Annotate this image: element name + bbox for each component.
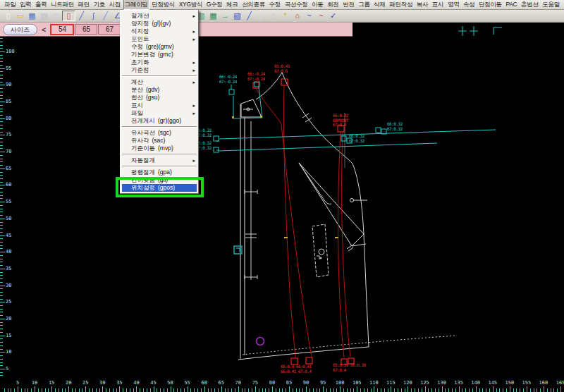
- menubar-item[interactable]: 회전: [326, 0, 340, 9]
- menubar-item[interactable]: 이동: [310, 0, 324, 9]
- ruler-label: 150: [505, 380, 514, 386]
- dropdown-item[interactable]: 파일▸: [121, 109, 198, 117]
- menubar-item[interactable]: 기호: [92, 0, 106, 9]
- menubar-item[interactable]: 시접: [108, 0, 122, 9]
- print-icon[interactable]: ▤: [38, 11, 50, 21]
- dropdown-item[interactable]: 수정(gre)(gmv): [121, 43, 198, 51]
- dropdown-item[interactable]: 기본변경(gmc): [121, 51, 198, 59]
- dropdown-item[interactable]: 평행절개(gpa): [121, 169, 198, 176]
- ruler-tick: [214, 388, 215, 392]
- menubar-item[interactable]: 파일: [3, 0, 17, 9]
- menubar-item[interactable]: 패턴작성: [388, 0, 414, 9]
- pac-icon[interactable]: *: [279, 11, 291, 21]
- menubar-item[interactable]: 출력: [34, 0, 48, 9]
- ruler-tick: [360, 388, 361, 392]
- new-file-icon[interactable]: ▯: [2, 11, 14, 21]
- menubar-item[interactable]: 입력: [18, 0, 32, 9]
- size-cell[interactable]: 67: [98, 24, 121, 35]
- dropdown-item[interactable]: 분산(gdv): [121, 86, 198, 94]
- menubar-item[interactable]: XYG방식: [178, 0, 204, 9]
- ruler-tick: [306, 386, 307, 392]
- size-prev-arrow[interactable]: <: [40, 25, 47, 34]
- notch-marks-yellow: [232, 116, 338, 238]
- menubar-item[interactable]: G수정: [205, 0, 224, 9]
- ruler-tick: [265, 388, 266, 392]
- dropdown-item[interactable]: 절개선▸: [121, 12, 198, 20]
- ruler-tick: [391, 386, 391, 392]
- ruler-tick: [540, 388, 541, 392]
- page-paste-icon[interactable]: ▯: [267, 11, 279, 21]
- dropdown-item[interactable]: 합산(gsu): [121, 94, 198, 102]
- save-icon[interactable]: ▦: [26, 11, 38, 21]
- ruler-label: 20: [6, 316, 11, 321]
- menubar-item[interactable]: 곡선수정: [283, 0, 309, 9]
- menubar-item[interactable]: 체크: [225, 0, 239, 9]
- pencil-icon[interactable]: ╱: [243, 11, 255, 21]
- ruler-tick: [164, 388, 164, 392]
- dropdown-item[interactable]: 간이맞춤(gli): [121, 176, 198, 184]
- open-folder-icon[interactable]: ▭: [14, 11, 26, 21]
- curve-tool-icon[interactable]: ʃ: [87, 11, 99, 21]
- menubar-item[interactable]: 복사: [415, 0, 429, 9]
- ruler-tick: [0, 295, 3, 296]
- submenu-arrow-icon: ▸: [192, 59, 195, 66]
- pattern-page-icon[interactable]: ▯: [62, 11, 75, 21]
- grade-label-5: 66:0.32 67:0.32: [387, 122, 403, 131]
- dropdown-item[interactable]: 전개게시(gr)(ggo): [121, 117, 198, 125]
- dropdown-item[interactable]: 석지정▸: [121, 27, 198, 35]
- ruler-tick: [160, 388, 161, 392]
- menubar-item[interactable]: 영역: [446, 0, 460, 9]
- cube-icon[interactable]: ▧: [231, 11, 243, 21]
- menubar-item[interactable]: 삭제: [372, 0, 386, 9]
- menubar-item[interactable]: 단점방식: [150, 0, 176, 9]
- ruler-tick: [418, 388, 419, 392]
- menubar-item[interactable]: 니트패턴: [49, 0, 75, 9]
- menubar-item[interactable]: 도움말: [541, 0, 561, 9]
- size-cell[interactable]: 54: [50, 24, 74, 35]
- dropdown-item[interactable]: 유사곡선(sgc): [121, 129, 198, 137]
- ruler-tick: [116, 388, 117, 392]
- dropdown-item[interactable]: 양지정(gl)(gv): [121, 20, 198, 27]
- menubar-item[interactable]: 촌법선: [520, 0, 540, 9]
- dropdown-item[interactable]: 계산▸: [121, 78, 198, 86]
- menubar-item[interactable]: 그레이딩: [123, 0, 149, 10]
- grade-label-10: 65:0.39 66:0.39 67:0.4: [333, 363, 366, 372]
- grade-arrow-icon[interactable]: →: [219, 11, 231, 21]
- dropdown-item[interactable]: 초기화▸: [121, 59, 198, 66]
- check-icon[interactable]: ✓: [327, 11, 339, 21]
- polyline-tool-icon[interactable]: ╱: [99, 11, 111, 21]
- menubar-item[interactable]: 반전: [341, 0, 355, 9]
- size-cell[interactable]: 65: [75, 24, 97, 35]
- home-icon[interactable]: ⌂: [291, 11, 303, 21]
- menubar-item[interactable]: 속성: [462, 0, 476, 9]
- menubar-item[interactable]: 패턴: [77, 0, 91, 9]
- menubar-item[interactable]: 단점이동: [477, 0, 503, 9]
- ruler-tick: [0, 219, 5, 219]
- ruler-tick: [0, 182, 3, 183]
- dropdown-item[interactable]: 자동절개▸: [121, 157, 198, 164]
- menubar-item[interactable]: PAC: [504, 0, 518, 9]
- ruler-tick: [0, 188, 3, 189]
- line-tool-icon[interactable]: ╱: [75, 11, 87, 21]
- dropdown-item[interactable]: 기준이동(mvp): [121, 145, 198, 152]
- menubar-item[interactable]: 그룹: [357, 0, 371, 9]
- menubar-item[interactable]: 표시: [431, 0, 445, 9]
- size-button[interactable]: 사이즈: [3, 24, 37, 35]
- dropdown-item[interactable]: 표시▸: [121, 102, 198, 109]
- dropdown-item[interactable]: 위치설정(gpos): [122, 184, 197, 192]
- ruler-tick: [489, 388, 490, 392]
- menubar-item[interactable]: 선의종류: [240, 0, 266, 9]
- export-icon[interactable]: ▥: [50, 11, 62, 21]
- page-copy-icon[interactable]: ▯: [255, 11, 267, 21]
- dropdown-item[interactable]: 기준점▸: [121, 66, 198, 74]
- pattern-canvas[interactable]: 1009590858075706560555045403530252015105…: [0, 37, 564, 392]
- ruler-label: 10: [32, 380, 37, 386]
- grade-sum-icon[interactable]: ▦: [207, 11, 219, 21]
- ruler-tick: [228, 388, 228, 392]
- dropdown-item[interactable]: 포인트▸: [121, 35, 198, 43]
- zigzag-red-icon[interactable]: ~: [315, 11, 327, 21]
- menubar-item[interactable]: 수정: [268, 0, 282, 9]
- zigzag-blue-icon[interactable]: ~: [303, 11, 315, 21]
- ruler-tick: [0, 282, 3, 283]
- dropdown-item[interactable]: 유사각(sac): [121, 137, 198, 145]
